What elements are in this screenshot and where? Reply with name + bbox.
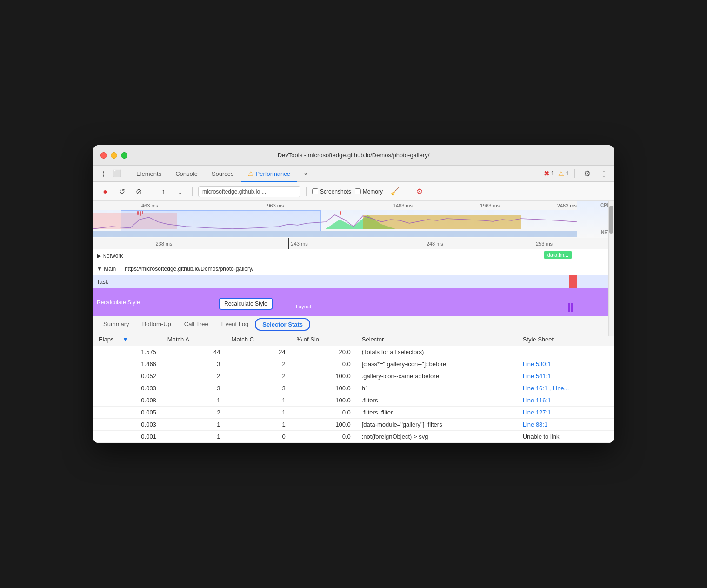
cell-pct: 100.0 — [291, 394, 356, 407]
window-title: DevTools - microsoftedge.github.io/Demos… — [278, 152, 430, 159]
col-elapsed[interactable]: Elaps... ▼ — [93, 333, 162, 346]
tab-call-tree[interactable]: Call Tree — [178, 317, 215, 332]
memory-checkbox[interactable] — [355, 188, 361, 194]
download-button[interactable]: ↓ — [173, 185, 187, 198]
cell-match-c: 2 — [226, 370, 291, 382]
devtools-window: DevTools - microsoftedge.github.io/Demos… — [93, 145, 614, 443]
cell-selector: h1 — [356, 382, 517, 394]
upload-button[interactable]: ↑ — [157, 185, 170, 198]
tab-more[interactable]: » — [298, 165, 314, 182]
flame-marker-253: 253 ms — [536, 241, 553, 247]
cell-pct: 0.0 — [291, 407, 356, 419]
cell-match-a: 1 — [162, 394, 226, 407]
tab-sources[interactable]: Sources — [205, 165, 240, 182]
cell-stylesheet[interactable]: Line 530:1 — [517, 358, 614, 370]
cell-elapsed: 0.008 — [93, 394, 162, 407]
cell-selector: [class*=" gallery-icon--"]::before — [356, 358, 517, 370]
marker-1963: 1963 ms — [480, 203, 500, 208]
cell-elapsed: 1.575 — [93, 346, 162, 358]
cell-stylesheet[interactable]: Line 116:1 — [517, 394, 614, 407]
table-row: 0.008 1 1 100.0 .filters Line 116:1 — [93, 394, 614, 407]
marker-463: 463 ms — [141, 203, 158, 208]
cell-match-c: 1 — [226, 394, 291, 407]
table-row: 1.466 3 2 0.0 [class*=" gallery-icon--"]… — [93, 358, 614, 370]
cell-pct: 100.0 — [291, 382, 356, 394]
memory-label: Memory — [363, 188, 383, 195]
main-row: ▼ Main — https://microsoftedge.github.io… — [93, 262, 614, 275]
separator4 — [192, 187, 193, 196]
clear-button[interactable]: ⊘ — [132, 185, 145, 198]
screenshots-checkbox[interactable] — [312, 188, 318, 194]
selection-range[interactable] — [121, 210, 321, 231]
table-row: 0.033 3 3 100.0 h1 Line 16:1 , Line... — [93, 382, 614, 394]
inspect-icon[interactable]: ⊹ — [97, 167, 110, 180]
separator — [127, 169, 127, 178]
table-header-row: Elaps... ▼ Match A... Match C... % of Sl… — [93, 333, 614, 346]
screenshots-checkbox-group[interactable]: Screenshots — [312, 188, 351, 195]
cell-stylesheet[interactable]: Line 127:1 — [517, 407, 614, 419]
cell-stylesheet[interactable]: Line 16:1 , Line... — [517, 382, 614, 394]
main-label: ▼ Main — https://microsoftedge.github.io… — [97, 266, 253, 272]
tab-event-log[interactable]: Event Log — [215, 317, 255, 332]
sort-icon: ▼ — [122, 336, 128, 343]
cell-match-c: 1 — [226, 419, 291, 431]
cell-selector: [data-module="gallery"] .filters — [356, 419, 517, 431]
minimize-button[interactable] — [111, 152, 117, 159]
memory-checkbox-group[interactable]: Memory — [355, 188, 383, 195]
flame-marker-243: 243 ms — [291, 241, 308, 247]
reload-button[interactable]: ↺ — [115, 185, 128, 198]
col-selector[interactable]: Selector — [356, 333, 517, 346]
col-match-a[interactable]: Match A... — [162, 333, 226, 346]
cell-stylesheet — [517, 346, 614, 358]
tab-elements[interactable]: Elements — [130, 165, 168, 182]
cell-selector: .filters .filter — [356, 407, 517, 419]
close-button[interactable] — [100, 152, 107, 159]
marker-1463: 1463 ms — [393, 203, 413, 208]
task-row: Task — [93, 275, 614, 288]
recalc-label: Recalculate Style — [97, 299, 140, 306]
cell-match-c: 1 — [226, 407, 291, 419]
cell-stylesheet[interactable]: Line 541:1 — [517, 370, 614, 382]
timeline-overview[interactable]: 463 ms 963 ms 1463 ms 1963 ms 2463 ms — [93, 201, 614, 238]
device-icon[interactable]: ⬜ — [111, 167, 124, 180]
marker-2463: 2463 ms — [557, 203, 577, 208]
tab-console[interactable]: Console — [169, 165, 204, 182]
cell-selector: (Totals for all selectors) — [356, 346, 517, 358]
error-badge: ✖ 1 ⚠ 1 — [544, 169, 569, 178]
cursor-line — [326, 201, 326, 238]
tab-right-area: ✖ 1 ⚠ 1 ⚙ ⋮ — [544, 167, 610, 180]
flame-cursor-line — [288, 238, 289, 249]
warning-icon: ⚠ — [248, 170, 254, 177]
network-row: ▶ Network data:im... — [93, 249, 614, 262]
tab-bottom-up[interactable]: Bottom-Up — [136, 317, 178, 332]
marker-963: 963 ms — [267, 203, 284, 208]
maximize-button[interactable] — [121, 152, 127, 159]
task-bg — [93, 275, 614, 288]
col-stylesheet[interactable]: Style Sheet — [517, 333, 614, 346]
svg-rect-2 — [363, 215, 521, 229]
tab-summary[interactable]: Summary — [97, 317, 136, 332]
cell-stylesheet: Unable to link — [517, 431, 614, 443]
cell-elapsed: 1.466 — [93, 358, 162, 370]
record-button[interactable]: ● — [99, 185, 112, 198]
col-match-c[interactable]: Match C... — [226, 333, 291, 346]
cell-match-a: 3 — [162, 382, 226, 394]
recalc-style-row: Recalculate Style Layout Recalculate Sty… — [93, 288, 614, 316]
scrollbar-thumb[interactable] — [609, 206, 613, 234]
scrollbar[interactable] — [608, 201, 614, 336]
titlebar: DevTools - microsoftedge.github.io/Demos… — [93, 145, 614, 166]
perf-toolbar: ● ↺ ⊘ ↑ ↓ microsoftedge.github.io ... Sc… — [93, 182, 614, 201]
tab-bar: ⊹ ⬜ Elements Console Sources ⚠ Performan… — [93, 166, 614, 182]
layout-bar: Layout — [293, 301, 395, 312]
tab-selector-stats[interactable]: Selector Stats — [255, 318, 310, 331]
tab-performance[interactable]: ⚠ Performance — [241, 166, 297, 182]
col-pct[interactable]: % of Slo... — [291, 333, 356, 346]
more-icon[interactable]: ⋮ — [597, 167, 610, 180]
settings-perf-icon[interactable]: ⚙ — [413, 185, 426, 198]
layout-label: Layout — [296, 304, 311, 309]
cell-match-c: 24 — [226, 346, 291, 358]
clean-icon[interactable]: 🧹 — [388, 185, 401, 198]
settings-icon[interactable]: ⚙ — [580, 167, 594, 180]
purple-bar1 — [568, 303, 570, 312]
cell-stylesheet[interactable]: Line 88:1 — [517, 419, 614, 431]
